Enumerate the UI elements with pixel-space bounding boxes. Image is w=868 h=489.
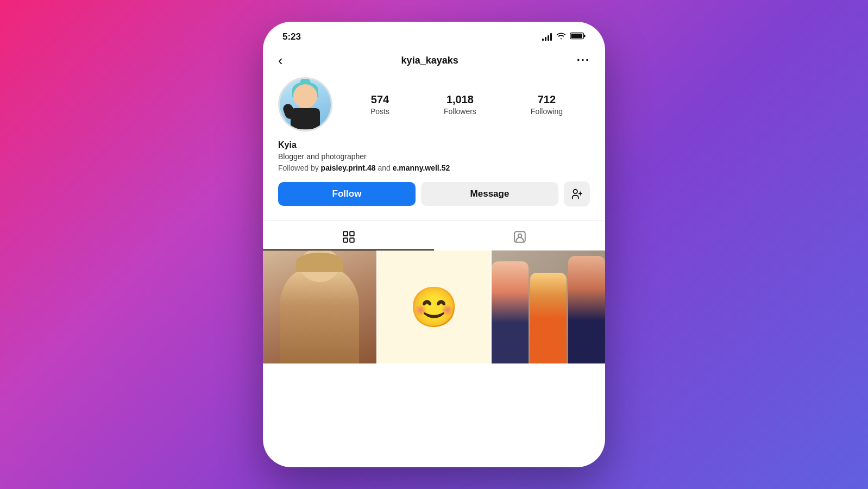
svg-rect-8	[343, 238, 348, 242]
username-header: kyia_kayaks	[401, 55, 458, 66]
photo-cell-3[interactable]	[492, 250, 605, 364]
action-buttons: Follow Message	[278, 181, 590, 206]
svg-rect-1	[571, 34, 582, 38]
back-button[interactable]: ‹	[278, 53, 283, 67]
status-time: 5:23	[282, 32, 301, 42]
avatar	[278, 77, 332, 131]
top-nav: ‹ kyia_kayaks ···	[263, 48, 605, 75]
svg-rect-6	[343, 231, 348, 236]
stat-following[interactable]: 712 Following	[531, 93, 563, 116]
followed-by-user1[interactable]: paisley.print.48	[321, 164, 376, 172]
tagged-icon	[513, 230, 527, 244]
profile-section: 574 Posts 1,018 Followers 712 Following …	[263, 75, 605, 215]
message-button[interactable]: Message	[421, 182, 558, 206]
followed-by-text: Followed by	[278, 164, 319, 172]
stats-row: 574 Posts 1,018 Followers 712 Following	[343, 93, 590, 116]
tab-tagged[interactable]	[434, 221, 605, 250]
status-bar: 5:23	[263, 22, 605, 48]
followed-by-user2[interactable]: e.manny.well.52	[393, 164, 450, 172]
add-person-icon	[571, 188, 583, 200]
following-label: Following	[531, 107, 563, 116]
profile-top-row: 574 Posts 1,018 Followers 712 Following	[278, 77, 590, 131]
svg-rect-9	[350, 238, 354, 242]
signal-icon	[542, 33, 552, 41]
status-icons	[542, 32, 586, 42]
photo-grid: 😊	[263, 250, 605, 467]
photo-cell-1[interactable]	[263, 250, 376, 364]
follow-button[interactable]: Follow	[278, 182, 416, 206]
followers-label: Followers	[444, 107, 476, 116]
profile-bio: Blogger and photographer	[278, 152, 590, 161]
svg-point-3	[574, 189, 577, 193]
stat-posts[interactable]: 574 Posts	[370, 93, 389, 116]
stat-followers[interactable]: 1,018 Followers	[444, 93, 476, 116]
tab-bar	[263, 221, 605, 250]
profile-display-name: Kyia	[278, 140, 590, 150]
profile-followed-by: Followed by paisley.print.48 and e.manny…	[278, 163, 590, 174]
add-person-button[interactable]	[564, 181, 590, 206]
following-count: 712	[538, 93, 556, 106]
followers-count: 1,018	[446, 93, 474, 106]
phone-frame: 5:23	[263, 22, 605, 467]
posts-count: 574	[371, 93, 389, 106]
wifi-icon	[556, 32, 566, 42]
tab-grid[interactable]	[263, 221, 434, 250]
battery-icon	[570, 32, 586, 42]
grid-icon	[342, 230, 356, 244]
more-options-button[interactable]: ···	[577, 53, 590, 67]
followed-by-and: and	[378, 164, 390, 172]
posts-label: Posts	[370, 107, 389, 116]
svg-rect-7	[350, 231, 354, 236]
photo-cell-2[interactable]: 😊	[378, 250, 491, 364]
svg-rect-2	[584, 35, 586, 37]
